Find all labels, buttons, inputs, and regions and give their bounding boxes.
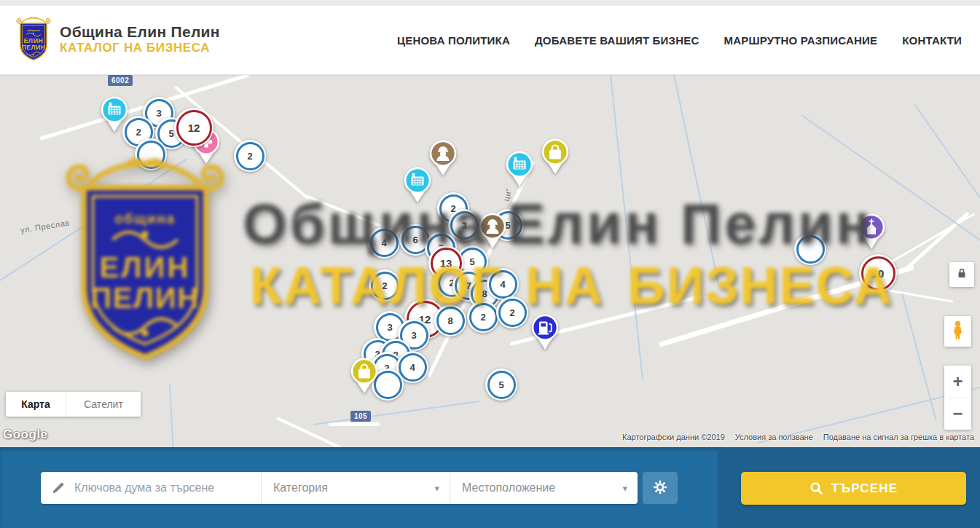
map-cluster[interactable]: 10 [859,254,897,292]
lock-icon [955,267,968,283]
category-select[interactable]: Категория ▾ [261,472,450,504]
pencil-icon [51,481,66,495]
map-cluster[interactable]: 2 [467,301,499,333]
cluster-count: 4 [500,279,505,290]
map-pin-factory[interactable] [505,150,534,188]
map-cluster[interactable] [135,138,167,170]
site-subtitle: КАТАЛОГ НА БИЗНЕСА [60,41,220,55]
map-cluster[interactable]: 4 [487,268,519,300]
map-type-control: Карта Сателит [6,392,141,417]
cluster-count: 4 [381,237,386,248]
municipality-crest-icon: община ЕЛИН ПЕЛИН [15,15,52,64]
map-type-satellite-button[interactable]: Сателит [66,392,141,417]
cluster-count: 3 [387,322,392,333]
search-submit-button[interactable]: ТЪРСЕНЕ [741,472,966,505]
zoom-control: + − [944,366,971,430]
svg-text:ЕЛИН: ЕЛИН [23,37,43,44]
main-nav: ЦЕНОВА ПОЛИТИКА ДОБАВЕТЕ ВАШИЯТ БИЗНЕС М… [397,6,962,74]
map-cluster[interactable]: 5 [485,369,517,401]
report-error-link[interactable]: Подаване на сигнал за грешка в картата [823,433,974,441]
map-pin-bag[interactable] [541,138,570,176]
cluster-count: 2 [382,280,387,291]
cluster-count: 5 [498,379,503,390]
map-pin-bag[interactable] [350,357,379,395]
svg-text:община: община [27,28,41,32]
advanced-settings-button[interactable] [643,472,678,504]
map-cluster[interactable]: 4 [368,226,400,259]
cluster-count: 2 [136,127,141,138]
map-canvas[interactable]: 6002105 ул. Преславбул. „Новоселци“ 3251… [0,74,980,447]
attribution-copyright: Картографски данни ©2019 [622,433,725,441]
map-attribution: Картографски данни ©2019 Условия за полз… [622,433,974,441]
nav-item-contacts[interactable]: КОНТАКТИ [902,34,962,47]
zoom-in-button[interactable]: + [944,366,971,398]
search-icon [810,481,823,495]
cluster-count: 3 [461,220,466,231]
cluster-count: 10 [872,267,885,280]
search-bar: Категория ▾ Местоположение ▾ ТЪРСЕНЕ [0,447,980,528]
cluster-count: 5 [469,256,474,267]
location-select[interactable]: Местоположение ▾ [450,472,638,504]
keyword-field [41,472,261,504]
header: община ЕЛИН ПЕЛИН Община Елин Пелин КАТА… [0,6,980,75]
map-pin-factory[interactable] [100,95,129,133]
map-cluster[interactable]: 2 [369,269,401,302]
map-cluster[interactable]: 12 [174,108,213,147]
pegman-button[interactable] [944,316,971,347]
cluster-count: 8 [482,288,487,299]
map-cluster[interactable]: 2 [496,296,528,328]
cluster-count: 5 [168,128,173,139]
chevron-down-icon: ▾ [434,483,439,494]
cluster-count: 2 [480,312,485,323]
lock-button[interactable] [949,262,974,287]
pegman-icon [950,320,965,343]
map-cluster[interactable]: 2 [234,140,266,172]
cluster-count: 6 [412,235,418,245]
cluster-count: 3 [156,108,161,119]
cluster-count: 12 [188,122,200,134]
map-markers-layer: 3251222354675132278422128333834510 [0,74,980,447]
cluster-count: 2 [509,307,514,318]
map-cluster[interactable]: 8 [434,304,466,336]
search-fields-group: Категория ▾ Местоположение ▾ [41,472,638,504]
map-pin-worker[interactable] [478,212,507,250]
location-select-value: Местоположение [462,481,555,494]
cluster-count: 8 [447,315,452,326]
cluster-count: 4 [409,362,415,373]
gear-icon [652,479,668,497]
map-pin-fuel[interactable] [530,313,560,351]
category-select-value: Категория [273,481,328,494]
brand-logo[interactable]: община ЕЛИН ПЕЛИН Община Елин Пелин КАТА… [15,15,220,64]
nav-item-pricing[interactable]: ЦЕНОВА ПОЛИТИКА [397,34,510,47]
svg-text:ПЕЛИН: ПЕЛИН [22,44,46,51]
map-type-map-button[interactable]: Карта [6,392,66,417]
map-pin-worker[interactable] [428,139,458,177]
terms-link[interactable]: Условия за ползване [735,433,813,441]
nav-item-route-schedule[interactable]: МАРШРУТНО РАЗПИСАНИЕ [724,34,877,47]
nav-item-add-business[interactable]: ДОБАВЕТЕ ВАШИЯТ БИЗНЕС [535,34,699,47]
search-submit-label: ТЪРСЕНЕ [831,481,898,496]
keyword-search-input[interactable] [73,481,251,495]
map-cluster[interactable]: 3 [448,209,480,241]
map-cluster[interactable] [794,233,826,265]
site-title: Община Елин Пелин [60,23,220,41]
cluster-count: 2 [247,151,252,162]
page: община ЕЛИН ПЕЛИН Община Елин Пелин КАТА… [0,0,980,528]
chevron-down-icon: ▾ [622,483,627,494]
google-logo[interactable]: Google [3,427,48,442]
map-pin-factory[interactable] [403,166,432,204]
zoom-out-button[interactable]: − [944,398,971,430]
cluster-count: 3 [411,330,416,341]
map-pin-church[interactable] [857,213,886,251]
